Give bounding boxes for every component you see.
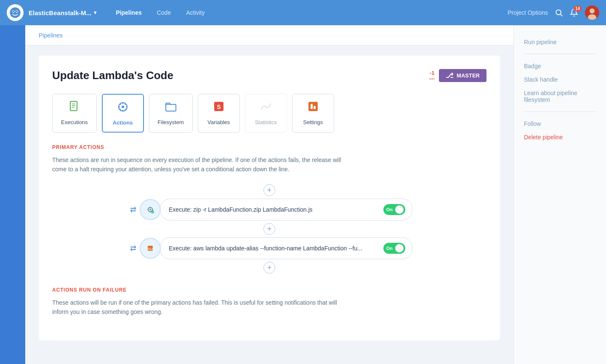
nav-links: Pipelines Code Activity [110, 7, 210, 19]
breadcrumb: Pipelines [25, 25, 513, 45]
failure-actions-desc: These actions will be run if one of the … [52, 298, 347, 317]
sidebar-divider-1 [524, 54, 596, 54]
svg-text:S: S [217, 104, 221, 110]
svg-text:CLI: CLI [148, 247, 152, 250]
svg-rect-10 [70, 101, 77, 111]
delete-pipeline-link[interactable]: Delete pipeline [524, 132, 596, 142]
main-layout: Pipelines Update Lambda's Code -1 — ⎇ MA… [0, 25, 606, 364]
drag-handle-1[interactable]: ⇄ [126, 203, 140, 216]
svg-line-21 [125, 109, 125, 110]
notifications-button[interactable]: 14 [570, 8, 578, 17]
statistics-icon [260, 100, 272, 116]
svg-point-15 [122, 106, 124, 108]
primary-actions-desc: These actions are run in sequence on eve… [52, 155, 347, 174]
action-row-2: ⇄ CLI Execute: aws lambda update-alias -… [126, 237, 412, 259]
branch-indicator: -1 — [429, 70, 435, 81]
drag-handle-2[interactable]: ⇄ [126, 242, 140, 255]
svg-point-0 [10, 7, 20, 18]
breadcrumb-pipelines[interactable]: Pipelines [39, 32, 63, 39]
nav-code[interactable]: Code [151, 7, 177, 19]
action-text-1: Execute: zip -r LambdaFunction.zip Lambd… [169, 206, 383, 213]
actions-icon [117, 101, 129, 116]
sidebar-left [0, 25, 25, 364]
notification-badge: 14 [574, 6, 582, 11]
svg-rect-29 [314, 106, 316, 109]
action-icon-1: ✓ [140, 199, 161, 220]
app-logo [7, 4, 24, 21]
primary-actions-label: PRIMARY ACTIONS [52, 144, 486, 150]
user-avatar[interactable] [585, 5, 599, 20]
tab-settings[interactable]: Settings [292, 94, 334, 133]
add-action-bottom[interactable]: + [263, 262, 275, 274]
svg-line-22 [125, 104, 125, 105]
action-toggle-1[interactable]: On [383, 204, 405, 215]
svg-point-5 [556, 10, 561, 15]
nav-activity[interactable]: Activity [180, 7, 210, 19]
add-action-top[interactable]: + [263, 184, 275, 196]
variables-icon: S [213, 100, 225, 116]
master-branch-badge[interactable]: ⎇ MASTER [439, 69, 486, 82]
master-label: MASTER [457, 72, 480, 79]
project-options-link[interactable]: Project Options [508, 9, 548, 16]
toggle-label-2: On [386, 246, 393, 251]
pipeline-header-right: -1 — ⎇ MASTER [429, 69, 486, 82]
action-icon-2: CLI [140, 238, 161, 259]
tab-actions-label: Actions [113, 120, 133, 126]
svg-point-8 [590, 8, 595, 13]
svg-text:✓: ✓ [152, 210, 154, 213]
svg-point-32 [149, 209, 151, 210]
learn-pipeline-link[interactable]: Learn about pipeline filesystem [524, 88, 596, 105]
project-name-label: ElasticBeanstalk-M... [29, 9, 91, 16]
toggle-knob-1 [395, 205, 404, 214]
action-card-2[interactable]: Execute: aws lambda update-alias --funct… [160, 237, 412, 259]
tab-filesystem-label: Filesystem [158, 119, 184, 125]
branch-icon: ⎇ [446, 72, 453, 80]
tab-actions[interactable]: Actions [102, 94, 144, 133]
svg-point-3 [13, 11, 14, 12]
tab-executions-label: Executions [61, 119, 88, 125]
tab-statistics: Statistics [245, 94, 287, 133]
page-body: Update Lambda's Code -1 — ⎇ MASTER [25, 45, 513, 364]
executions-icon [68, 100, 81, 116]
nav-pipelines[interactable]: Pipelines [110, 7, 147, 19]
page-title: Update Lambda's Code [52, 69, 173, 82]
tabs-row: Executions [52, 94, 486, 133]
toggle-label-1: On [386, 207, 393, 212]
action-card-1[interactable]: Execute: zip -r LambdaFunction.zip Lambd… [160, 199, 412, 221]
filesystem-icon [165, 100, 177, 116]
add-action-middle[interactable]: + [263, 223, 275, 235]
svg-line-6 [561, 14, 563, 16]
run-pipeline-link[interactable]: Run pipeline [524, 37, 596, 47]
top-nav: ElasticBeanstalk-M... ▾ Pipelines Code A… [0, 0, 606, 25]
right-sidebar: Run pipeline Badge Slack handle Learn ab… [513, 25, 606, 364]
svg-point-4 [16, 11, 18, 12]
pipeline-card: Update Lambda's Code -1 — ⎇ MASTER [39, 56, 500, 340]
tab-filesystem[interactable]: Filesystem [149, 94, 193, 133]
svg-line-20 [120, 104, 120, 105]
search-button[interactable] [555, 8, 563, 17]
action-text-2: Execute: aws lambda update-alias --funct… [169, 245, 383, 252]
action-toggle-2[interactable]: On [383, 243, 405, 254]
svg-rect-28 [311, 104, 313, 109]
svg-rect-24 [166, 104, 176, 111]
tab-executions[interactable]: Executions [52, 94, 97, 133]
pipeline-header: Update Lambda's Code -1 — ⎇ MASTER [52, 69, 486, 82]
pipeline-actions-list: + ⇄ [52, 184, 486, 274]
svg-rect-27 [308, 102, 318, 111]
svg-line-23 [120, 109, 120, 110]
project-dropdown-icon: ▾ [94, 10, 96, 16]
tab-variables-label: Variables [207, 119, 230, 125]
action-row-1: ⇄ [126, 199, 412, 221]
tab-settings-label: Settings [303, 119, 323, 125]
settings-icon [307, 100, 319, 116]
tab-variables[interactable]: S Variables [198, 94, 240, 133]
nav-right: Project Options 14 [508, 5, 599, 20]
follow-link[interactable]: Follow [524, 119, 596, 129]
sidebar-divider-2 [524, 112, 596, 112]
failure-actions-label: ACTIONS RUN ON FAILURE [52, 287, 486, 293]
toggle-knob-2 [395, 244, 404, 252]
slack-handle-link[interactable]: Slack handle [524, 74, 596, 85]
main-content: Pipelines Update Lambda's Code -1 — ⎇ MA… [25, 25, 513, 364]
project-name[interactable]: ElasticBeanstalk-M... ▾ [29, 9, 96, 16]
badge-link[interactable]: Badge [524, 61, 596, 71]
